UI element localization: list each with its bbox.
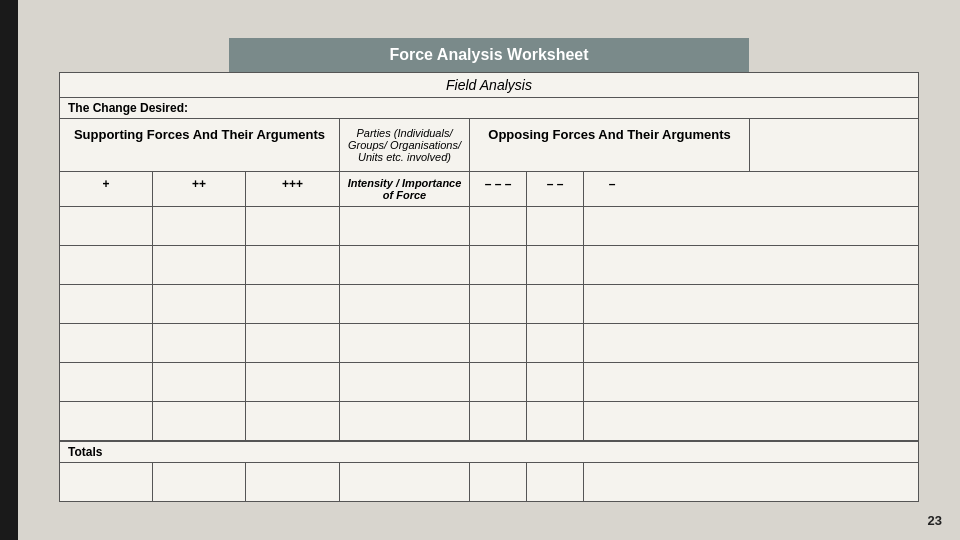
totals-section: Totals [60, 441, 918, 501]
cell[interactable] [60, 363, 153, 401]
totals-cell[interactable] [60, 463, 153, 501]
table-row [60, 402, 918, 441]
cell[interactable] [246, 246, 340, 284]
totals-cell[interactable] [153, 463, 246, 501]
table-row [60, 207, 918, 246]
cell[interactable] [470, 402, 527, 440]
cell[interactable] [340, 402, 470, 440]
cell[interactable] [527, 246, 584, 284]
plus-plus-plus-header: +++ [246, 172, 340, 206]
change-desired-row: The Change Desired: [60, 98, 918, 119]
cell[interactable] [584, 324, 640, 362]
cell[interactable] [246, 285, 340, 323]
cell[interactable] [153, 363, 246, 401]
cell[interactable] [60, 324, 153, 362]
cell[interactable] [153, 207, 246, 245]
page-number: 23 [928, 513, 942, 528]
cell[interactable] [246, 402, 340, 440]
cell[interactable] [470, 285, 527, 323]
totals-cell[interactable] [246, 463, 340, 501]
main-table: Field Analysis The Change Desired: Suppo… [59, 72, 919, 502]
cell[interactable] [470, 207, 527, 245]
cell[interactable] [340, 207, 470, 245]
intensity-header: Intensity / Importance of Force [340, 172, 470, 206]
worksheet-title: Force Analysis Worksheet [229, 38, 749, 72]
cell[interactable] [470, 246, 527, 284]
field-analysis-label: Field Analysis [60, 73, 918, 98]
minus-minus-minus-header: – – – [470, 172, 527, 206]
totals-cell[interactable] [527, 463, 584, 501]
cell[interactable] [584, 246, 640, 284]
minus-header: – [584, 172, 640, 206]
table-row [60, 285, 918, 324]
cell[interactable] [60, 285, 153, 323]
cell[interactable] [527, 285, 584, 323]
cell[interactable] [527, 207, 584, 245]
header-row: Supporting Forces And Their Arguments Pa… [60, 119, 918, 172]
cell[interactable] [340, 324, 470, 362]
cell[interactable] [246, 363, 340, 401]
cell[interactable] [470, 324, 527, 362]
cell[interactable] [60, 246, 153, 284]
table-row [60, 246, 918, 285]
cell[interactable] [246, 207, 340, 245]
totals-cell[interactable] [340, 463, 470, 501]
totals-label: Totals [60, 442, 918, 463]
table-row [60, 324, 918, 363]
cell[interactable] [153, 285, 246, 323]
cell[interactable] [340, 285, 470, 323]
plus-plus-header: ++ [153, 172, 246, 206]
plus-header: + [60, 172, 153, 206]
totals-cell[interactable] [470, 463, 527, 501]
cell[interactable] [153, 402, 246, 440]
cell[interactable] [527, 363, 584, 401]
worksheet-container: Force Analysis Worksheet Field Analysis … [39, 38, 939, 502]
parties-header: Parties (Individuals/ Groups/ Organisati… [340, 119, 470, 171]
cell[interactable] [527, 324, 584, 362]
totals-cell[interactable] [584, 463, 640, 501]
cell[interactable] [153, 246, 246, 284]
supporting-header: Supporting Forces And Their Arguments [60, 119, 340, 171]
cell[interactable] [340, 363, 470, 401]
cell[interactable] [60, 402, 153, 440]
cell[interactable] [584, 363, 640, 401]
cell[interactable] [60, 207, 153, 245]
cell[interactable] [584, 402, 640, 440]
cell[interactable] [527, 402, 584, 440]
cell[interactable] [470, 363, 527, 401]
table-row [60, 363, 918, 402]
cell[interactable] [584, 285, 640, 323]
cell[interactable] [246, 324, 340, 362]
cell[interactable] [153, 324, 246, 362]
minus-minus-header: – – [527, 172, 584, 206]
cell[interactable] [340, 246, 470, 284]
left-bar [0, 0, 18, 540]
totals-row [60, 463, 918, 501]
data-rows [60, 207, 918, 441]
empty-header [750, 119, 920, 171]
cell[interactable] [584, 207, 640, 245]
opposing-header: Opposing Forces And Their Arguments [470, 119, 750, 171]
sub-header-row: + ++ +++ Intensity / Importance of Force… [60, 172, 918, 207]
